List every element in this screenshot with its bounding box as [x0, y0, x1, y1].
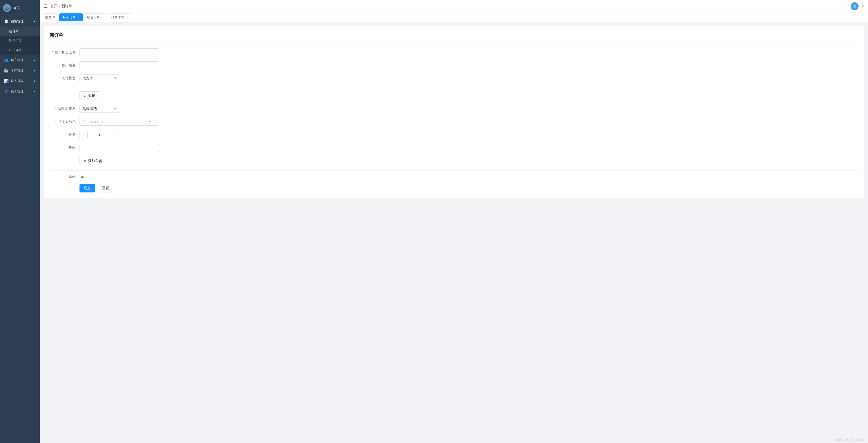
quantity-label: 数量 — [50, 133, 80, 137]
sidebar-label-sales: 销售管理 — [11, 19, 24, 24]
customer-name-input[interactable] — [80, 61, 159, 69]
tab-active-dot — [63, 17, 65, 19]
content-area: 新订单 客户身份证号 客户姓名 支付状态 — [40, 22, 868, 443]
chevron-staff-icon: ▼ — [33, 90, 36, 93]
breadcrumb-home[interactable]: 首页 — [51, 4, 58, 8]
sidebar-header-sales[interactable]: 📋 销售管理 ▲ — [0, 16, 40, 27]
customer-icon: 👥 — [4, 58, 9, 62]
brand-model-select[interactable]: 品牌/车系 — [80, 105, 119, 113]
watermark: CSDN @lq_19949181812 — [834, 438, 866, 441]
price-label: 售价 — [50, 146, 80, 150]
chevron-customer-icon: ▼ — [33, 59, 36, 62]
sidebar-item-new-order[interactable]: 新订单 — [0, 27, 40, 36]
logo-icon: 🚗 — [3, 4, 11, 12]
menu-toggle-icon[interactable]: ☰ — [44, 3, 48, 9]
avatar[interactable]: 用 — [850, 2, 859, 10]
brand-model-label: 品牌 & 车系 — [50, 106, 80, 111]
add-vehicle-row: ⊕ 添加车辆 — [50, 157, 858, 165]
quantity-input[interactable] — [88, 131, 111, 138]
customer-id-control — [80, 49, 159, 56]
topbar-left: ☰ 首页 / 新订单 — [44, 3, 72, 9]
tab-home-close-icon[interactable]: ✕ — [53, 15, 55, 19]
avatar-dropdown-icon[interactable]: ▼ — [862, 5, 864, 7]
fullscreen-icon[interactable]: ⛶ — [843, 3, 848, 9]
customer-id-row: 客户身份证号 — [50, 49, 858, 56]
quantity-decrease-button[interactable]: − — [80, 131, 88, 139]
brand-model-row: 品牌 & 车系 品牌/车系 — [50, 105, 858, 113]
tab-order-detail-close-icon[interactable]: ✕ — [125, 15, 128, 19]
customer-name-control — [80, 61, 159, 69]
tab-order-detail[interactable]: 订单详情 ✕ — [108, 13, 131, 21]
sidebar-header-customer[interactable]: 👥 客户管理 ▼ — [0, 55, 40, 65]
sales-icon: 📋 — [4, 19, 9, 24]
quantity-stepper: − + — [80, 131, 119, 139]
payment-status-select[interactable]: 未支付 已支付 部分支付 — [80, 74, 119, 82]
model-color-chevron-icon: ▼ — [148, 120, 151, 123]
breadcrumb-separator: / — [59, 4, 60, 8]
model-color-row: 型号 & 颜色 Please select ▼ — [50, 118, 858, 126]
sidebar-group-staff: 👤 员工管理 ▼ — [0, 86, 40, 97]
add-vehicle-button[interactable]: ⊕ 添加车辆 — [80, 157, 106, 165]
main-area: ☰ 首页 / 新订单 ⛶ 用 ▼ 首页 ✕ 新订单 ✕ 销售订单 ✕ — [40, 0, 868, 443]
customer-name-row: 客户姓名 — [50, 61, 858, 69]
quantity-control: − + — [80, 131, 119, 139]
price-row: 售价 — [50, 144, 858, 152]
quantity-increase-button[interactable]: + — [111, 131, 119, 139]
tab-new-order-label: 新订单 — [66, 15, 76, 20]
price-control — [80, 144, 159, 152]
sidebar: 🚗 首页 📋 销售管理 ▲ 新订单 销售订单 订单详情 👥 客户管理 ▼ — [0, 0, 40, 443]
sidebar-item-order-detail[interactable]: 订单详情 — [0, 45, 40, 55]
cancel-button[interactable]: ⊖ 撤销 — [80, 91, 99, 100]
reset-button[interactable]: 重置 — [98, 184, 113, 192]
page-card: 新订单 客户身份证号 客户姓名 支付状态 — [44, 26, 864, 198]
logo-text: 首页 — [13, 6, 20, 10]
chevron-finance-icon: ▼ — [33, 80, 36, 83]
topbar: ☰ 首页 / 新订单 ⛶ 用 ▼ — [40, 0, 868, 12]
cancel-icon: ⊖ — [84, 94, 87, 98]
tabs-bar: 首页 ✕ 新订单 ✕ 销售订单 ✕ 订单详情 ✕ — [40, 12, 868, 22]
sidebar-label-staff: 员工管理 — [11, 89, 24, 94]
price-input[interactable] — [80, 144, 159, 152]
total-label: 总价 — [50, 175, 80, 179]
sidebar-item-sales-order[interactable]: 销售订单 — [0, 36, 40, 45]
sidebar-group-finance: 📊 财务报表 ▼ — [0, 76, 40, 86]
model-color-select[interactable]: Please select ▼ — [80, 118, 159, 126]
submit-button[interactable]: 提交 — [80, 184, 95, 192]
tab-home[interactable]: 首页 ✕ — [42, 13, 58, 21]
breadcrumb: 首页 / 新订单 — [51, 4, 72, 8]
staff-icon: 👤 — [4, 89, 9, 94]
model-color-label: 型号 & 颜色 — [50, 120, 80, 124]
model-color-control: Please select ▼ — [80, 118, 159, 126]
page-title: 新订单 — [50, 32, 858, 38]
sidebar-label-customer: 客户管理 — [11, 58, 24, 62]
tab-order-detail-label: 订单详情 — [111, 15, 124, 20]
add-vehicle-icon: ⊕ — [84, 159, 87, 163]
sidebar-group-customer: 👥 客户管理 ▼ — [0, 55, 40, 65]
tab-sales-order-label: 销售订单 — [87, 15, 100, 20]
chevron-sales-icon: ▲ — [33, 20, 36, 23]
payment-status-row: 支付状态 未支付 已支付 部分支付 — [50, 74, 858, 82]
sidebar-group-inventory: 🏪 库存管理 ▼ — [0, 65, 40, 76]
tab-new-order[interactable]: 新订单 ✕ — [59, 13, 83, 21]
quantity-row: 数量 − + — [50, 131, 858, 139]
customer-id-input[interactable] — [80, 49, 159, 56]
tab-new-order-close-icon[interactable]: ✕ — [77, 15, 80, 19]
tab-sales-order[interactable]: 销售订单 ✕ — [84, 13, 107, 21]
sidebar-label-inventory: 库存管理 — [11, 68, 24, 73]
total-unit: 元 — [81, 175, 84, 179]
avatar-text: 用 — [853, 4, 856, 8]
sidebar-header-inventory[interactable]: 🏪 库存管理 ▼ — [0, 65, 40, 76]
chevron-inventory-icon: ▼ — [33, 69, 36, 72]
inventory-icon: 🏪 — [4, 68, 9, 73]
payment-status-control: 未支付 已支付 部分支付 — [80, 74, 119, 82]
total-value-area: 元 — [80, 175, 84, 179]
total-row: 总价 元 — [50, 175, 858, 179]
sidebar-header-finance[interactable]: 📊 财务报表 ▼ — [0, 76, 40, 86]
finance-icon: 📊 — [4, 79, 9, 83]
submit-row: 提交 重置 — [50, 184, 858, 192]
sidebar-label-finance: 财务报表 — [11, 79, 24, 83]
model-color-placeholder: Please select — [83, 120, 103, 124]
sidebar-header-staff[interactable]: 👤 员工管理 ▼ — [0, 86, 40, 97]
sidebar-logo: 🚗 首页 — [0, 0, 40, 16]
tab-sales-order-close-icon[interactable]: ✕ — [101, 15, 103, 19]
